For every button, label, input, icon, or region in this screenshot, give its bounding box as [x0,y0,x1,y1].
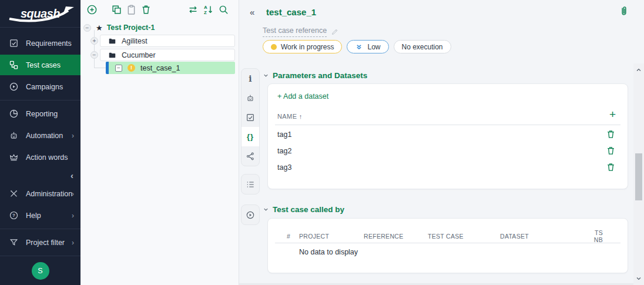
verified-requirements-tab[interactable] [242,108,259,127]
scrollbar-thumb[interactable] [635,153,642,200]
sidebar-item-automation[interactable]: Automation › [0,125,80,146]
dataset-row[interactable]: tag3 [268,159,628,176]
tree-folder-agilitest[interactable]: Agilitest [100,35,235,47]
delete-dataset-icon[interactable] [606,162,616,172]
edit-pencil-icon[interactable] [331,28,339,36]
delete-dataset-icon[interactable] [606,129,616,139]
create-new-button[interactable] [86,4,98,15]
expand-node-button[interactable]: + [90,37,98,45]
tree-item-test-case-1-selected[interactable]: − ! test_case_1 [106,62,235,74]
sort-ascending-icon: ↑ [299,113,303,120]
submenu-chevron-icon: › [72,132,74,140]
called-by-share-tab[interactable] [242,146,259,166]
sidebar-item-test-cases[interactable]: Test cases [0,55,80,75]
checkbox-minus-icon[interactable]: − [115,65,122,72]
delete-button[interactable] [140,4,152,15]
svg-text:Z: Z [204,10,207,15]
sidebar-item-help[interactable]: ? Help › [0,205,80,226]
search-button[interactable] [218,4,229,15]
section-called-by[interactable]: Test case called by [263,205,344,214]
add-dataset-link[interactable]: + Add a dataset [277,92,328,100]
share-icon [246,152,255,161]
action-words-crown-icon [9,152,19,162]
status-badge-label: Work in progress [281,43,334,51]
test-case-label: test_case_1 [140,64,180,72]
sidebar-item-requirements[interactable]: Requirements [0,33,80,53]
chevron-down-icon [263,206,269,213]
test-cases-icon [9,60,19,70]
transfer-button[interactable] [187,4,199,15]
robot-icon [246,93,255,103]
column-ts-nb: TS NB [588,229,628,243]
sidebar-divider [0,229,80,229]
badges-row: Work in progress Low No execution [263,40,451,53]
attachments-paperclip-icon[interactable] [618,5,630,17]
dataset-name: tag2 [277,147,291,155]
app-logo[interactable]: squash [0,0,80,28]
double-chevron-down-icon [355,43,363,51]
folder-label: Agilitest [122,37,147,45]
scroll-down-icon[interactable] [635,275,642,282]
information-tab[interactable]: i [242,69,259,88]
sort-az-button[interactable]: AZ [203,4,214,15]
status-badge[interactable]: Work in progress [263,40,342,53]
vertical-scrollbar[interactable] [633,63,644,285]
test-case-reference-field[interactable]: Test case reference [263,26,327,37]
anchor-rail: i {} [241,68,260,225]
chevron-down-icon [263,72,269,79]
section-title-text: Test case called by [273,205,344,214]
collapse-node-button[interactable]: − [83,24,91,32]
sidebar-item-reporting[interactable]: Reporting [0,103,80,124]
sidebar-item-action-words[interactable]: Action words [0,147,80,167]
steps-list-tab[interactable] [242,175,259,194]
anchor-group-main: i {} [241,68,260,166]
submenu-chevron-icon: › [72,212,74,220]
empty-table-message: No data to display [299,248,358,256]
anchor-group-executions [241,204,260,225]
tree-folder-cucumber[interactable]: Cucumber [100,49,235,61]
submenu-chevron-icon: › [72,239,74,247]
play-circle-icon [246,210,255,220]
sidebar-item-label: Test cases [26,61,61,69]
dataset-name: tag1 [277,130,291,139]
executions-tab[interactable] [242,205,259,224]
delete-dataset-icon[interactable] [606,146,616,156]
parameters-tab-active[interactable]: {} [242,127,259,146]
status-dot-icon [271,44,277,50]
work-in-progress-status-icon: ! [128,64,135,72]
copy-button[interactable] [111,4,122,15]
name-column-header[interactable]: NAME ↑ [277,113,303,120]
sidebar-item-label: Action words [26,153,68,162]
star-icon: ★ [96,24,103,32]
importance-badge[interactable]: Low [347,40,388,53]
collapse-sidebar-icon[interactable]: ‹ [71,170,73,180]
tree-root-project[interactable]: ★ Test Project-1 [96,22,155,33]
automation-tab[interactable] [242,88,259,108]
sidebar-item-label: Requirements [26,39,72,48]
add-dataset-row-button[interactable]: + [609,109,616,120]
paste-button[interactable] [126,4,137,15]
section-parameters-datasets[interactable]: Parameters and Datasets [263,71,367,80]
collapse-panel-button[interactable]: « [250,7,254,17]
test-case-tree-panel: AZ − ★ Test Project-1 + Agilitest − Cucu… [80,0,239,285]
dataset-row[interactable]: tag2 [268,143,628,159]
name-column-label: NAME [277,113,297,120]
avatar[interactable]: S [32,262,49,280]
dataset-row[interactable]: tag1 [268,126,628,143]
sidebar-item-campaigns[interactable]: Campaigns [0,76,80,97]
called-by-card: # PROJECT REFERENCE TEST CASE DATASET TS… [267,218,628,273]
column-number: # [287,233,299,240]
execution-badge[interactable]: No execution [394,40,451,53]
sidebar-item-project-filter[interactable]: Project filter › [0,232,80,253]
project-label: Test Project-1 [107,24,155,32]
user-avatar-area: S [0,256,80,285]
sidebar-collapse-row: ‹ [0,169,80,182]
collapse-node-button[interactable]: − [90,51,98,59]
scroll-up-icon[interactable] [635,66,642,73]
column-dataset: DATASET [500,233,588,240]
project-filter-funnel-icon [9,237,19,247]
sidebar-item-administration[interactable]: Administration › [0,183,80,204]
folder-label: Cucumber [122,51,156,59]
tree-connector [94,30,95,68]
sidebar-item-label: Reporting [26,110,58,118]
